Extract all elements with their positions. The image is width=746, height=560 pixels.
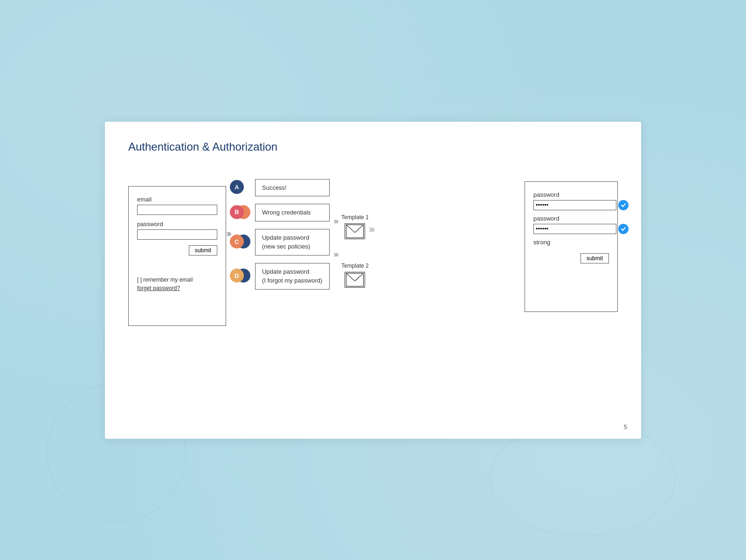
login-form-box: email password submit [ ] remember my em…	[128, 186, 226, 326]
slide-title: Authentication & Authorization	[128, 140, 618, 153]
outcome-box-b: Wrong credentials	[255, 204, 330, 221]
badge-a-container: A	[230, 180, 250, 195]
outcome-box-d: Update password(I forgot my password)	[255, 263, 330, 290]
pw2-input[interactable]	[533, 224, 616, 234]
arrow-d-template: ›››	[333, 249, 338, 259]
password-form-box: password password strong sub	[525, 181, 618, 312]
pw1-indicator	[618, 200, 629, 210]
badge-b: B	[230, 205, 244, 219]
strength-label: strong	[533, 239, 609, 246]
templates-to-pw-arrow: ›››	[369, 223, 373, 235]
pw2-input-row	[533, 224, 609, 234]
templates-column: Template 1 Template 2	[341, 214, 369, 288]
badge-b-container: B	[230, 205, 250, 220]
login-to-outcomes-arrow: ›››	[226, 228, 230, 239]
badge-d: D	[230, 269, 244, 283]
pw1-input[interactable]	[533, 200, 616, 210]
main-flow: email password submit [ ] remember my em…	[128, 172, 618, 326]
pw1-input-row	[533, 200, 609, 210]
outcome-row-b: B Wrong credentials	[230, 204, 330, 221]
remember-label: [ ] remember my email	[137, 277, 217, 283]
slide-container: Authentication & Authorization email pas…	[105, 122, 641, 439]
envelope-2-icon	[345, 272, 365, 288]
password-label: password	[137, 221, 217, 228]
template-2-label: Template 2	[341, 263, 369, 269]
badge-c: C	[230, 235, 244, 249]
template-1-item: Template 1	[341, 214, 369, 239]
outcome-box-a: Success!	[255, 179, 330, 197]
forget-password-link[interactable]: forget password?	[137, 285, 217, 291]
pw2-label: password	[533, 215, 609, 222]
outcome-row-a: A Success!	[230, 179, 330, 197]
envelope-1-icon	[345, 223, 365, 239]
arrow-c-template: ›››	[333, 216, 338, 226]
template-1-label: Template 1	[341, 214, 369, 221]
pw-submit-button[interactable]: submit	[580, 253, 609, 263]
triple-arrow-icon: ›››	[226, 228, 230, 239]
page-number: 5	[624, 423, 627, 430]
outcome-row-d: D Update password(I forgot my password)	[230, 263, 330, 290]
template-2-item: Template 2	[341, 263, 369, 288]
password-input[interactable]	[137, 229, 217, 240]
email-label: email	[137, 196, 217, 203]
badge-c-container: C	[230, 235, 250, 249]
outcome-box-c: Update password(new sec policies)	[255, 229, 330, 256]
email-input[interactable]	[137, 205, 217, 215]
badge-a: A	[230, 180, 244, 194]
outcomes-column: A Success! B Wrong credentials	[230, 179, 330, 290]
outcomes-to-templates-arrows: ››› ›››	[333, 216, 338, 259]
badge-d-container: D	[230, 269, 250, 283]
outcome-row-c: C Update password(new sec policies)	[230, 229, 330, 256]
submit-button[interactable]: submit	[189, 245, 217, 256]
pw1-label: password	[533, 191, 609, 198]
pw2-indicator	[618, 224, 629, 234]
